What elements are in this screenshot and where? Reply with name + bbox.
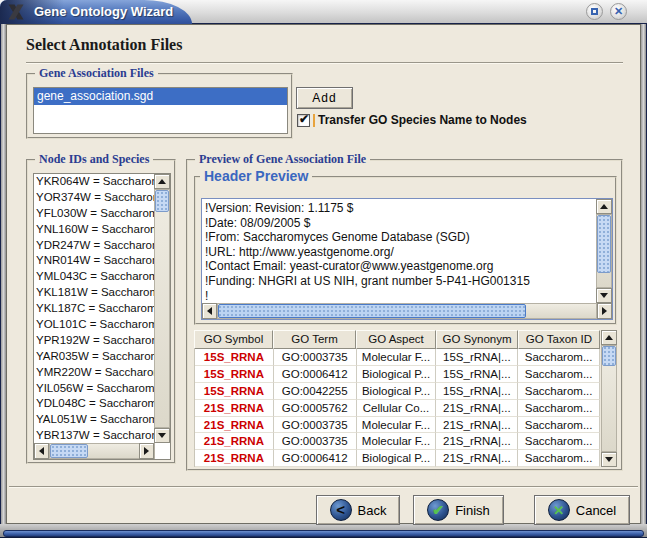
column-header[interactable]: GO Taxon ID: [518, 330, 600, 349]
go-synonym-cell: 21S_rRNA|...: [436, 417, 518, 434]
add-button[interactable]: Add: [296, 87, 353, 109]
go-aspect-cell: Molecular F...: [357, 433, 437, 450]
go-term-cell: GO:0042255: [274, 383, 357, 400]
file-list-item[interactable]: gene_association.sgd: [34, 88, 287, 105]
header-vscroll-thumb[interactable]: [597, 215, 611, 273]
go-synonym-cell: 21S_rRNA|...: [436, 450, 518, 467]
header-line: !Funding: NHGRI at US NIH, grant number …: [205, 274, 580, 289]
preview-group-title: Preview of Gene Association File: [195, 152, 370, 167]
window-grab-bar[interactable]: [3, 530, 644, 537]
go-annotation-table[interactable]: GO SymbolGO TermGO AspectGO SynonymGO Ta…: [194, 330, 617, 467]
header-scroll-up-button[interactable]: [596, 199, 612, 214]
go-synonym-cell: 15S_rRNA|...: [436, 383, 518, 400]
header-line: !Version: Revision: 1.1175 $: [205, 201, 580, 216]
table-vscroll-thumb[interactable]: [602, 346, 616, 366]
arrow-down-icon: [158, 433, 166, 438]
node-id-item[interactable]: YNR014W = Saccharom: [34, 253, 154, 269]
gene-association-files-title: Gene Association Files: [35, 66, 158, 81]
go-symbol-cell: 15S_RRNA: [195, 383, 274, 400]
node-id-item[interactable]: YKR064W = Saccharom: [34, 174, 154, 190]
node-id-item[interactable]: YMR220W = Saccharom: [34, 365, 154, 381]
node-id-list[interactable]: YKR064W = SaccharomYOR374W = SaccharomYF…: [33, 173, 171, 460]
transfer-species-checkbox[interactable]: ✔: [297, 114, 310, 127]
node-hscroll-thumb[interactable]: [50, 444, 88, 458]
node-scroll-right-button[interactable]: [139, 443, 154, 459]
go-taxon-cell: Saccharom...: [518, 400, 600, 417]
header-line: !Contact Email: yeast-curator@www.yeastg…: [205, 259, 580, 274]
table-row[interactable]: 15S_RRNA GO:0042255 Biological P... 15S_…: [195, 383, 600, 400]
table-scroll-up-button[interactable]: [601, 330, 617, 345]
node-id-item[interactable]: YML043C = Saccharom: [34, 269, 154, 285]
header-scroll-left-button[interactable]: [202, 303, 217, 319]
node-id-item[interactable]: YIL056W = Saccharom: [34, 381, 154, 397]
node-vscroll-thumb[interactable]: [155, 190, 169, 212]
header-hscroll-thumb[interactable]: [218, 304, 526, 318]
column-header[interactable]: GO Synonym: [436, 330, 518, 349]
titlebar[interactable]: Gene Ontology Wizard ✕: [0, 0, 647, 24]
table-row[interactable]: 21S_RRNA GO:0006412 Biological P... 21S_…: [195, 450, 600, 467]
window-frame-right: [641, 24, 647, 524]
arrow-down-icon: [600, 293, 608, 298]
back-arrow-icon: <: [330, 499, 352, 521]
go-taxon-cell: Saccharom...: [518, 383, 600, 400]
header-preview-title: Header Preview: [200, 168, 312, 184]
arrow-up-icon: [600, 204, 608, 209]
go-synonym-cell: 15S_rRNA|...: [436, 366, 518, 383]
header-scroll-down-button[interactable]: [596, 288, 612, 303]
cancel-x-icon: ✕: [548, 499, 570, 521]
go-term-cell: GO:0005762: [274, 400, 357, 417]
table-row[interactable]: 21S_RRNA GO:0003735 Molecular F... 21S_r…: [195, 433, 600, 450]
node-ids-group: Node IDs and Species YKR064W = Saccharom…: [26, 159, 176, 464]
node-id-item[interactable]: YKL187C = Saccharom: [34, 301, 154, 317]
finish-button[interactable]: ✔ Finish: [413, 495, 504, 525]
column-header[interactable]: GO Aspect: [356, 330, 436, 349]
heading-separator: [26, 62, 623, 64]
go-symbol-cell: 21S_RRNA: [195, 433, 274, 450]
node-id-item[interactable]: YKL181W = Saccharom: [34, 285, 154, 301]
header-scroll-right-button[interactable]: [597, 303, 612, 319]
maximize-button[interactable]: [586, 3, 603, 20]
back-button[interactable]: < Back: [316, 495, 400, 525]
node-id-item[interactable]: YOL101C = Saccharom: [34, 317, 154, 333]
go-term-cell: GO:0003735: [274, 433, 357, 450]
gene-association-file-list[interactable]: gene_association.sgd: [33, 87, 288, 134]
cancel-button-label: Cancel: [576, 503, 616, 518]
node-vscroll-track[interactable]: [154, 189, 170, 428]
x11-logo-icon: [7, 3, 25, 21]
close-button[interactable]: ✕: [610, 3, 627, 20]
node-id-item[interactable]: YBR137W = Saccharom: [34, 428, 154, 444]
node-id-item[interactable]: YNL160W = Saccharom: [34, 222, 154, 238]
table-row[interactable]: 21S_RRNA GO:0005762 Cellular Co... 21S_r…: [195, 400, 600, 417]
table-row[interactable]: 21S_RRNA GO:0003735 Molecular F... 21S_r…: [195, 417, 600, 434]
table-row[interactable]: 15S_RRNA GO:0006412 Biological P... 15S_…: [195, 366, 600, 383]
go-taxon-cell: Saccharom...: [518, 366, 600, 383]
go-taxon-cell: Saccharom...: [518, 417, 600, 434]
node-id-item[interactable]: YFL030W = Saccharom: [34, 206, 154, 222]
transfer-species-label: Transfer GO Species Name to Nodes: [318, 113, 527, 127]
column-header[interactable]: GO Term: [273, 330, 356, 349]
header-preview-textarea[interactable]: !Version: Revision: 1.1175 $!Date: 08/09…: [201, 198, 613, 320]
go-aspect-cell: Molecular F...: [357, 417, 437, 434]
column-header[interactable]: GO Symbol: [194, 330, 273, 349]
cancel-button[interactable]: ✕ Cancel: [534, 495, 630, 525]
gene-association-files-group: Gene Association Files gene_association.…: [26, 73, 293, 139]
go-symbol-cell: 21S_RRNA: [195, 400, 274, 417]
node-scroll-down-button[interactable]: [154, 428, 170, 443]
footer-separator: [9, 486, 638, 488]
node-id-item[interactable]: YAR035W = Saccharom: [34, 349, 154, 365]
node-id-item[interactable]: YPR192W = Saccharom: [34, 333, 154, 349]
node-id-item[interactable]: YDR247W = Saccharom: [34, 238, 154, 254]
node-id-item[interactable]: YDL048C = Saccharom: [34, 396, 154, 412]
node-scroll-up-button[interactable]: [154, 174, 170, 189]
table-row[interactable]: 15S_RRNA GO:0003735 Molecular F... 15S_r…: [195, 349, 600, 366]
go-aspect-cell: Cellular Co...: [357, 400, 437, 417]
table-scroll-down-button[interactable]: [601, 452, 617, 467]
checkmark-icon: ✔: [299, 112, 309, 126]
node-id-item[interactable]: YAL051W = Saccharom: [34, 412, 154, 428]
arrow-down-icon: [605, 457, 613, 462]
node-id-item[interactable]: YOR374W = Saccharom: [34, 190, 154, 206]
go-term-cell: GO:0003735: [274, 417, 357, 434]
node-scroll-left-button[interactable]: [34, 443, 49, 459]
go-symbol-cell: 15S_RRNA: [195, 366, 274, 383]
go-aspect-cell: Biological P...: [357, 450, 437, 467]
